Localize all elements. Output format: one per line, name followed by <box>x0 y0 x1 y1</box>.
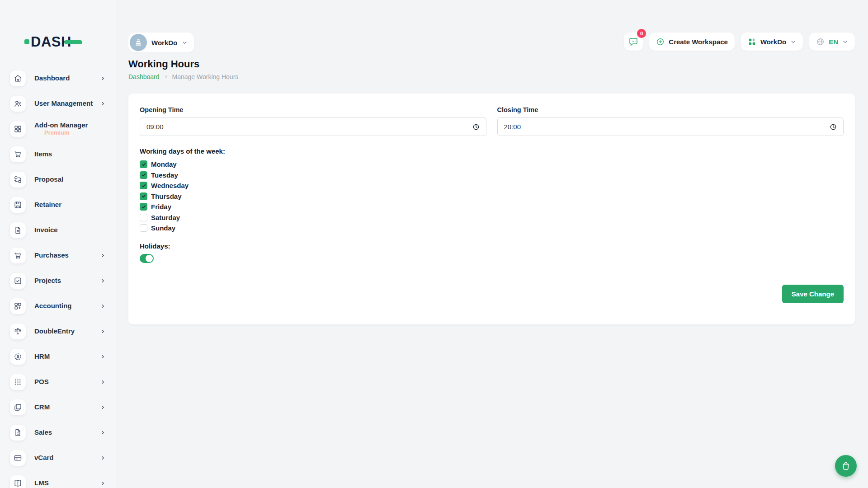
sidebar-item-label: User Management <box>34 99 100 108</box>
grid-icon <box>10 121 26 137</box>
clock-icon[interactable] <box>830 123 837 131</box>
sidebar-item-label: Proposal <box>34 175 105 184</box>
chevron-right-icon <box>100 101 105 106</box>
day-checkbox-sunday[interactable] <box>140 224 147 232</box>
sidebar-item-proposal[interactable]: Proposal <box>0 167 116 192</box>
day-label: Monday <box>151 160 177 168</box>
sidebar-item-hrm[interactable]: HRM <box>0 344 116 369</box>
sidebar-item-doubleentry[interactable]: DoubleEntry <box>0 319 116 344</box>
sidebar-item-dashboard[interactable]: Dashboard <box>0 66 116 91</box>
cart-icon <box>10 248 26 263</box>
day-row-wednesday[interactable]: Wednesday <box>140 180 844 191</box>
day-row-tuesday[interactable]: Tuesday <box>140 170 844 181</box>
sidebar-item-sales[interactable]: Sales <box>0 420 116 445</box>
holidays-label: Holidays: <box>140 242 844 250</box>
workdo-dropdown[interactable]: WorkDo <box>741 33 803 51</box>
credit-card-icon <box>10 450 26 466</box>
messages-button[interactable]: 0 <box>624 33 643 51</box>
sidebar-item-label: Add-on ManagerPremium <box>34 121 105 137</box>
sidebar-item-vcard[interactable]: vCard <box>0 445 116 470</box>
save-change-button[interactable]: Save Change <box>782 285 844 303</box>
opening-time-input[interactable]: 09:00 <box>140 117 486 136</box>
sidebar-item-label: Accounting <box>34 302 100 310</box>
day-row-saturday[interactable]: Saturday <box>140 212 844 223</box>
sidebar-item-label: Projects <box>34 277 100 285</box>
breadcrumb-dashboard-link[interactable]: Dashboard <box>128 73 160 80</box>
floating-shop-button[interactable] <box>835 455 857 477</box>
sidebar-item-label: Dashboard <box>34 74 100 83</box>
chevron-right-icon <box>100 354 105 359</box>
sidebar-item-accounting[interactable]: Accounting <box>0 293 116 319</box>
chevron-right-icon <box>100 278 105 283</box>
plus-circle-icon <box>656 38 665 46</box>
day-label: Saturday <box>151 214 180 221</box>
topbar: WorkDo 0 Create Workspace WorkDo EN <box>128 0 855 52</box>
day-row-thursday[interactable]: Thursday <box>140 191 844 202</box>
app-logo[interactable]: DASH <box>24 33 116 51</box>
file-icon <box>10 222 26 238</box>
opening-time-field: Opening Time 09:00 <box>140 106 486 136</box>
dots-grid-icon <box>10 374 26 390</box>
sidebar-item-add-on-manager[interactable]: Add-on ManagerPremium <box>0 116 116 141</box>
shopping-bag-icon <box>841 461 851 471</box>
sidebar-item-label: Invoice <box>34 226 105 235</box>
language-dropdown[interactable]: EN <box>809 33 855 51</box>
users-icon <box>10 96 26 112</box>
floppy-icon <box>10 197 26 213</box>
closing-time-input[interactable]: 20:00 <box>497 117 844 136</box>
day-row-monday[interactable]: Monday <box>140 159 844 170</box>
topbar-actions: 0 Create Workspace WorkDo EN <box>624 33 855 51</box>
chevron-right-icon <box>164 75 168 79</box>
working-hours-card: Opening Time 09:00 Closing Time 20:00 Wo… <box>128 94 855 324</box>
sidebar-item-label: CRM <box>34 403 100 412</box>
sidebar-item-crm[interactable]: CRM <box>0 394 116 420</box>
chevron-right-icon <box>100 76 105 81</box>
sidebar-item-label: Purchases <box>34 251 100 260</box>
day-checkbox-tuesday[interactable] <box>140 171 147 179</box>
closing-time-label: Closing Time <box>497 106 844 113</box>
opening-time-label: Opening Time <box>140 106 486 113</box>
day-checkbox-friday[interactable] <box>140 203 147 211</box>
chevron-right-icon <box>100 304 105 309</box>
working-days-list: MondayTuesdayWednesdayThursdayFridaySatu… <box>140 159 844 234</box>
day-label: Sunday <box>151 224 175 232</box>
clock-icon[interactable] <box>472 123 480 131</box>
closing-time-value: 20:00 <box>504 123 830 131</box>
day-row-sunday[interactable]: Sunday <box>140 223 844 234</box>
main-content: WorkDo 0 Create Workspace WorkDo EN <box>116 0 868 324</box>
breadcrumb: Dashboard Manage Working Hours <box>128 73 855 80</box>
holidays-toggle[interactable] <box>140 254 154 263</box>
sidebar-item-invoice[interactable]: Invoice <box>0 217 116 243</box>
home-icon <box>10 70 26 86</box>
sidebar-item-label: vCard <box>34 454 100 462</box>
sidebar-item-items[interactable]: Items <box>0 141 116 167</box>
chevron-right-icon <box>100 380 105 385</box>
create-workspace-button[interactable]: Create Workspace <box>649 33 735 51</box>
day-checkbox-monday[interactable] <box>140 160 147 168</box>
day-row-friday[interactable]: Friday <box>140 202 844 212</box>
workdo-dropdown-label: WorkDo <box>760 38 786 46</box>
day-checkbox-saturday[interactable] <box>140 214 147 221</box>
chevron-right-icon <box>100 481 105 486</box>
file-icon <box>10 425 26 441</box>
workspace-avatar <box>130 34 147 51</box>
workspace-name: WorkDo <box>151 39 177 47</box>
toggle-knob <box>146 255 153 262</box>
sidebar-menu: DashboardUser ManagementAdd-on ManagerPr… <box>0 66 116 488</box>
sidebar: DASH DashboardUser ManagementAdd-on Mana… <box>0 0 116 488</box>
sidebar-item-user-management[interactable]: User Management <box>0 91 116 116</box>
working-days-label: Working days of the week: <box>140 147 844 155</box>
sidebar-item-projects[interactable]: Projects <box>0 268 116 293</box>
sidebar-item-lms[interactable]: LMS <box>0 470 116 488</box>
day-label: Tuesday <box>151 171 178 179</box>
sidebar-item-retainer[interactable]: Retainer <box>0 192 116 217</box>
sidebar-item-label: HRM <box>34 352 100 361</box>
sidebar-item-purchases[interactable]: Purchases <box>0 243 116 268</box>
sidebar-item-pos[interactable]: POS <box>0 369 116 394</box>
chevron-down-icon <box>842 39 848 45</box>
day-checkbox-thursday[interactable] <box>140 192 147 200</box>
cart-icon <box>10 146 26 162</box>
day-checkbox-wednesday[interactable] <box>140 182 147 189</box>
grid-plus-icon <box>10 298 26 314</box>
workspace-selector[interactable]: WorkDo <box>128 33 194 52</box>
